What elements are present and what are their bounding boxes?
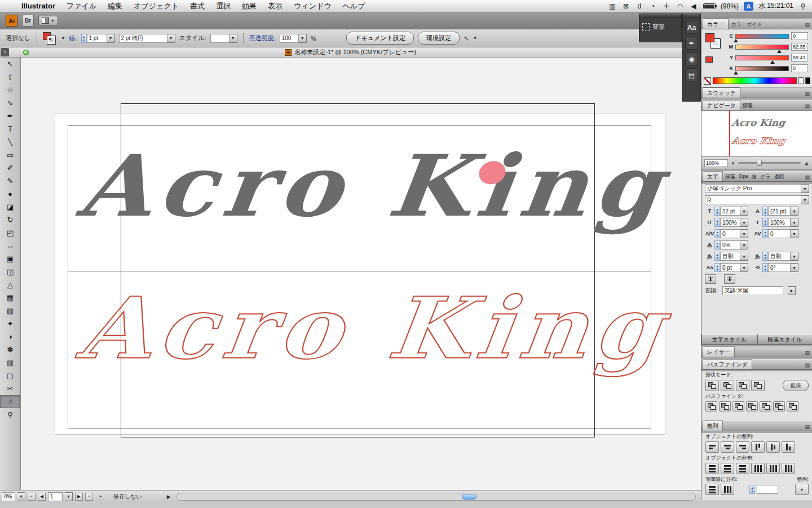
transform-panel-button[interactable]: 変形 xyxy=(642,23,678,31)
font-family-value[interactable]: 小塚ゴシック Pro xyxy=(705,184,801,193)
distribute-top-button[interactable] xyxy=(705,463,719,474)
stroke-weight-dropdown[interactable] xyxy=(107,34,115,43)
character-panel-icon[interactable]: Aa xyxy=(685,21,698,34)
value-field[interactable]: 0 pt xyxy=(720,263,740,272)
distribute-left-button[interactable] xyxy=(751,463,765,474)
slider-marker[interactable] xyxy=(734,39,738,42)
brush-definition-field[interactable]: 2 pt 楕円 xyxy=(119,34,175,43)
chevron-down-icon[interactable]: ▼ xyxy=(473,36,477,40)
pen-tool[interactable]: ✒ xyxy=(0,110,20,122)
stepper[interactable] xyxy=(762,207,768,216)
stroke-swatch[interactable] xyxy=(47,36,55,44)
prev-page-button[interactable]: ◀ xyxy=(38,493,46,501)
dropdown-button[interactable] xyxy=(791,263,798,272)
eyedropper-tool[interactable]: ✦ xyxy=(0,317,20,330)
dropdown-button[interactable] xyxy=(740,263,748,272)
stepper[interactable] xyxy=(714,252,720,261)
slider-marker[interactable] xyxy=(777,50,782,53)
tab-info[interactable]: 情報 xyxy=(741,101,754,110)
channel-value[interactable]: 69.41 xyxy=(791,54,808,62)
document-title-bar[interactable]: Ai 名称未設定-1* @ 100% (CMYK/プレビュー) xyxy=(0,47,701,58)
align-left-button[interactable] xyxy=(705,441,719,453)
dropdown-button[interactable] xyxy=(791,252,798,261)
menubar-item[interactable]: ファイル xyxy=(61,1,102,11)
preferences-button[interactable]: 環境設定 xyxy=(418,32,460,45)
strikethrough-button[interactable]: T xyxy=(724,274,735,284)
selection-tool[interactable]: ↖ xyxy=(0,58,20,71)
tab-color-guide[interactable]: カラーガイド xyxy=(729,20,764,29)
line-segment-tool[interactable]: ╲ xyxy=(0,135,20,148)
slider-marker[interactable] xyxy=(770,60,775,64)
align-hcenter-button[interactable] xyxy=(721,441,734,453)
white-swatch[interactable] xyxy=(798,77,804,84)
font-style-dropdown[interactable] xyxy=(801,195,809,204)
tab-character[interactable]: 文字 xyxy=(703,171,723,181)
out-of-gamut-swatch[interactable] xyxy=(705,56,713,63)
panel-tab[interactable]: 線 xyxy=(750,172,758,181)
dropdown-button[interactable] xyxy=(791,229,798,238)
stepper[interactable] xyxy=(762,218,768,227)
type-tool[interactable]: T xyxy=(0,122,20,135)
value-field[interactable]: 0° xyxy=(768,263,791,272)
logo-text-gray[interactable]: Acro King xyxy=(74,143,672,228)
perspective-grid-tool[interactable]: △ xyxy=(0,278,20,291)
graphic-style-dropdown[interactable] xyxy=(230,34,237,43)
align-to-button[interactable]: ▼ xyxy=(795,484,809,495)
logo-text-outline[interactable]: Acro King xyxy=(74,286,672,370)
eraser-tool[interactable]: ◪ xyxy=(0,200,20,213)
stepper[interactable] xyxy=(714,229,720,238)
fill-indicator[interactable] xyxy=(705,33,714,42)
channel-value[interactable]: 0 xyxy=(791,32,808,40)
zoom-tool[interactable]: ⚲ xyxy=(0,408,20,421)
volume-icon[interactable]: ◀ xyxy=(689,2,698,10)
distribute-vcenter-button[interactable] xyxy=(721,463,734,474)
panel-menu-icon[interactable]: ▤ xyxy=(803,91,811,98)
gradient-tool[interactable]: ▨ xyxy=(0,304,20,317)
rectangle-tool[interactable]: ▭ xyxy=(0,148,20,161)
wifi-icon[interactable]: ◠ xyxy=(676,2,685,10)
scrollbar-thumb[interactable] xyxy=(462,494,476,500)
none-swatch[interactable] xyxy=(704,77,711,85)
width-tool[interactable]: ↔ xyxy=(0,239,20,252)
tab-layers[interactable]: レイヤー xyxy=(703,347,735,357)
zoom-field[interactable]: 0% xyxy=(2,492,15,501)
graphic-style-value[interactable] xyxy=(210,34,230,43)
channel-slider[interactable] xyxy=(735,55,789,60)
cursor-options-icon[interactable]: ↖ xyxy=(464,34,469,42)
menubar-item[interactable]: 書式 xyxy=(184,1,210,11)
zoom-slider-thumb[interactable] xyxy=(757,160,762,166)
panel-menu-icon[interactable]: ▤ xyxy=(803,350,811,357)
stepper[interactable] xyxy=(714,240,720,249)
menu-clock[interactable]: 水 15:21:01 xyxy=(758,1,793,11)
navigator-thumbnail[interactable]: Acro King Acro King xyxy=(701,111,812,157)
input-source-badge[interactable]: A xyxy=(744,2,753,11)
distribute-bottom-button[interactable] xyxy=(736,463,749,474)
align-right-button[interactable] xyxy=(736,441,749,453)
battery-icon[interactable] xyxy=(703,3,716,9)
expand-button[interactable]: 拡張 xyxy=(783,380,809,391)
dropdown-button[interactable] xyxy=(740,240,748,249)
stepper[interactable] xyxy=(762,252,768,261)
canvas[interactable]: Acro King Acro King xyxy=(21,58,701,490)
menubar-item[interactable]: オブジェクト xyxy=(128,1,184,11)
value-field[interactable]: (21 pt) xyxy=(768,207,791,216)
symbol-sprayer-tool[interactable]: ✽ xyxy=(0,343,20,356)
blend-tool[interactable]: ◑ xyxy=(0,330,20,343)
menubar-item[interactable]: 選択 xyxy=(210,1,236,11)
menubar-item[interactable]: 編集 xyxy=(102,1,128,11)
stepper[interactable] xyxy=(714,207,720,216)
meter-icon[interactable]: ▥ xyxy=(608,2,617,10)
font-family-field[interactable]: 小塚ゴシック Pro xyxy=(705,184,809,193)
spacing-vertical-button[interactable] xyxy=(705,484,719,495)
graphic-styles-panel-icon[interactable]: ◉ xyxy=(685,52,698,65)
stepper[interactable] xyxy=(714,263,720,272)
value-field[interactable]: 100% xyxy=(768,218,791,227)
clock-app-icon[interactable]: ◔ xyxy=(648,2,657,10)
opacity-field[interactable]: 100 xyxy=(280,34,307,43)
pathfinder-trim-button[interactable] xyxy=(719,401,731,411)
value-field[interactable]: 12 pt xyxy=(720,207,740,216)
slice-tool[interactable]: ✂ xyxy=(0,382,20,395)
distribute-right-button[interactable] xyxy=(782,463,795,474)
pencil-tool[interactable]: ✎ xyxy=(0,174,20,187)
shape-mode-intersect-button[interactable] xyxy=(736,380,749,391)
